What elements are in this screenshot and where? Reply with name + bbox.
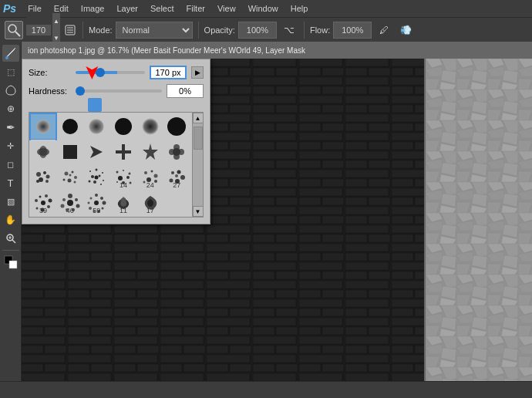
brush-hard-medium[interactable]	[58, 114, 82, 139]
brush-hard-xlarge[interactable]	[164, 114, 189, 139]
brush-num59[interactable]: 59	[84, 191, 109, 215]
brush-num46[interactable]: 46	[58, 191, 82, 215]
hardness-slider-container	[76, 89, 162, 93]
svg-point-69	[100, 184, 102, 185]
options-toolbar: 170 ▲ ▼ Mode: Normal Multiply Screen Ove…	[0, 17, 532, 42]
sep2	[198, 22, 199, 39]
fg-bg-colors[interactable]	[2, 254, 19, 271]
menu-select[interactable]: Select	[145, 2, 180, 15]
flow-label: Flow:	[310, 25, 330, 35]
menu-image[interactable]: Image	[76, 2, 110, 15]
scroll-thumb[interactable]	[194, 126, 203, 150]
svg-point-84	[143, 181, 145, 184]
brush-flower[interactable]	[164, 140, 189, 164]
svg-point-113	[102, 207, 104, 210]
brush-num11[interactable]: 11	[111, 191, 136, 215]
brush-tool-icon[interactable]	[5, 21, 23, 39]
opacity-input[interactable]: 100%	[238, 22, 277, 39]
svg-point-91	[35, 199, 38, 202]
status-bar	[0, 381, 532, 398]
brush-scrollbar[interactable]: ▲ ▼	[192, 113, 203, 217]
brush-soft-medium[interactable]	[84, 114, 109, 139]
scroll-up-button[interactable]: ▲	[193, 113, 204, 123]
tool-shape[interactable]: ▧	[2, 193, 19, 210]
brush-num39[interactable]: 39	[31, 191, 56, 215]
brush-hard-large[interactable]	[111, 114, 136, 139]
brush-arrow[interactable]	[84, 140, 109, 164]
size-slider[interactable]	[76, 71, 145, 74]
sep3	[304, 22, 305, 39]
svg-point-62	[96, 169, 98, 171]
menu-view[interactable]: View	[212, 2, 241, 15]
scroll-down-button[interactable]: ▼	[193, 206, 204, 217]
brush-num24-label: 24	[146, 181, 154, 189]
menu-bar: Ps File Edit Image Layer Select Filter V…	[0, 0, 532, 17]
menu-layer[interactable]: Layer	[111, 2, 143, 15]
hardness-value-input[interactable]: 0%	[167, 84, 204, 98]
airbrush-icon[interactable]: 💨	[396, 21, 415, 39]
brush-spray[interactable]	[84, 165, 109, 190]
brush-size-up[interactable]: ▲	[52, 13, 60, 30]
flow-input[interactable]: 100%	[333, 22, 372, 39]
svg-point-68	[89, 180, 91, 183]
svg-point-90	[175, 174, 178, 177]
mode-label: Mode:	[89, 25, 113, 35]
brush-soft-large[interactable]	[138, 114, 163, 139]
svg-point-81	[153, 174, 157, 178]
brush-num27[interactable]: 27	[164, 165, 189, 190]
brush-num17-label: 17	[146, 207, 154, 214]
menu-help[interactable]: Help	[285, 2, 314, 15]
brush-size-input[interactable]: 170	[26, 25, 51, 35]
svg-point-95	[47, 205, 50, 208]
brush-soft-small[interactable]	[31, 114, 56, 139]
tool-pen[interactable]: ◻	[2, 156, 19, 173]
brush-star[interactable]	[138, 140, 163, 164]
svg-point-87	[180, 175, 185, 180]
svg-point-63	[102, 172, 103, 174]
expand-button[interactable]: ▶	[191, 66, 204, 79]
brush-rough1[interactable]	[31, 165, 56, 190]
size-label: Size:	[29, 68, 71, 77]
tool-crop[interactable]: ⊕	[2, 100, 19, 117]
svg-point-78	[130, 182, 132, 184]
tool-text[interactable]: T	[2, 174, 19, 191]
svg-point-71	[116, 171, 119, 174]
svg-point-70	[95, 176, 99, 180]
opacity-pressure-icon[interactable]: ⌥	[280, 21, 298, 39]
svg-point-103	[76, 204, 79, 208]
flow-pressure-icon[interactable]: 🖊	[375, 21, 393, 39]
opacity-label: Opacity:	[204, 25, 235, 35]
brush-spatter-sm[interactable]	[31, 140, 56, 164]
menu-filter[interactable]: Filter	[181, 2, 210, 15]
brush-num24[interactable]: 24	[138, 165, 163, 190]
tool-zoom[interactable]	[2, 230, 19, 247]
tool-brush[interactable]	[2, 45, 19, 62]
stone-area	[424, 59, 532, 381]
tool-lasso[interactable]	[2, 82, 19, 99]
tool-heal[interactable]: ✛	[2, 137, 19, 154]
svg-point-94	[49, 199, 52, 203]
tool-hand[interactable]: ✋	[2, 211, 19, 228]
canvas-content[interactable]: ➤ Size: 170 px ▶ Hardness: 0%	[22, 59, 532, 381]
menu-window[interactable]: Window	[243, 2, 284, 15]
mode-select[interactable]: Normal Multiply Screen Overlay Dissolve	[116, 22, 193, 39]
brush-square[interactable]	[58, 140, 82, 164]
size-value-input[interactable]: 170 px	[150, 66, 187, 79]
svg-point-0	[8, 25, 16, 32]
svg-point-93	[45, 194, 48, 197]
hardness-slider[interactable]	[76, 89, 162, 93]
svg-point-83	[154, 180, 157, 183]
brush-num17[interactable]: 17	[138, 191, 163, 215]
tool-eraser[interactable]: ⬚	[2, 63, 19, 80]
brush-num14[interactable]: 14	[111, 165, 136, 190]
brush-cross[interactable]	[111, 140, 136, 164]
brush-num27-label: 27	[173, 181, 180, 189]
brush-settings-toggle[interactable]	[63, 22, 77, 39]
brush-rough2[interactable]	[58, 165, 82, 190]
hardness-label: Hardness:	[29, 86, 71, 96]
svg-point-92	[39, 196, 42, 198]
tool-eyedropper[interactable]: ✒	[2, 119, 19, 136]
svg-point-80	[150, 170, 153, 173]
svg-point-100	[62, 198, 66, 201]
svg-point-97	[36, 207, 39, 210]
